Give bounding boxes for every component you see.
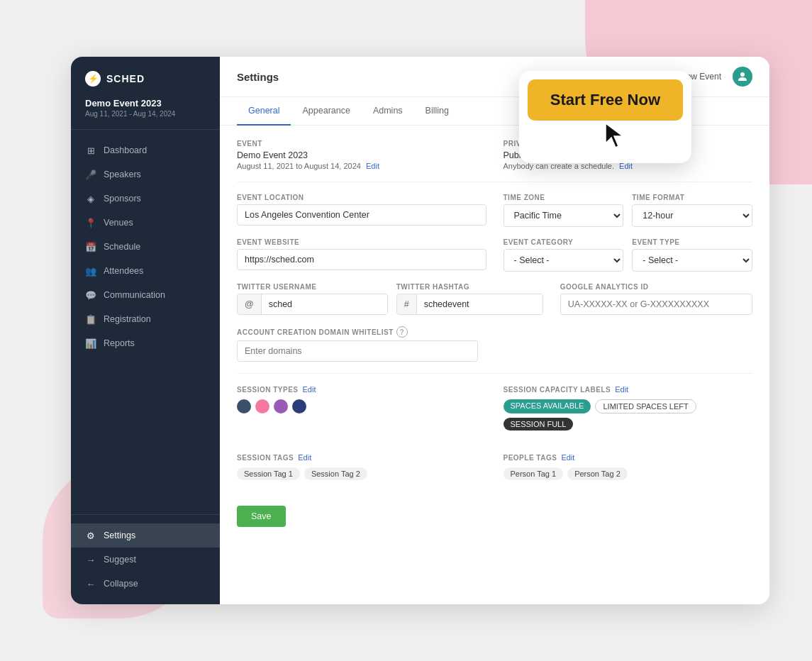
timezone-field: TIME ZONE Pacific Time Eastern Time Cent… xyxy=(504,194,624,227)
form-area: EVENT Demo Event 2023 August 11, 2021 to… xyxy=(220,126,769,604)
sidebar-item-schedule[interactable]: 📅 Schedule xyxy=(71,235,220,259)
analytics-input[interactable] xyxy=(560,294,752,315)
timezone-format-selects: TIME ZONE Pacific Time Eastern Time Cent… xyxy=(504,194,753,227)
session-types-edit-link[interactable]: Edit xyxy=(303,385,316,394)
cursor-icon xyxy=(599,118,633,155)
sidebar-event-dates: Aug 11, 2021 - Aug 14, 2024 xyxy=(85,110,206,118)
save-button[interactable]: Save xyxy=(237,506,286,527)
session-tags-edit-link[interactable]: Edit xyxy=(298,453,311,462)
website-input[interactable] xyxy=(237,249,486,270)
type-label: EVENT TYPE xyxy=(632,238,752,246)
twitter-hashtag-field: TWITTER HASHTAG # xyxy=(396,283,543,315)
at-prefix: @ xyxy=(238,294,262,314)
domain-field: ACCOUNT CREATION DOMAIN WHITELIST ? xyxy=(237,326,478,362)
event-name-value: Demo Event 2023 xyxy=(237,150,486,160)
logo-text: SCHED xyxy=(106,73,145,84)
twitter-username-input[interactable] xyxy=(262,294,387,314)
twitter-hashtag-input[interactable] xyxy=(417,294,543,314)
sidebar-event-name: Demo Event 2023 xyxy=(85,98,206,109)
location-field: EVENT LOCATION xyxy=(237,194,486,227)
nav-label-settings: Settings xyxy=(104,531,135,540)
type-select[interactable]: - Select - In-Person Virtual Hybrid xyxy=(632,249,752,272)
tab-admins[interactable]: Admins xyxy=(362,97,414,126)
tab-appearance[interactable]: Appearance xyxy=(291,97,361,126)
person-tag-2: Person Tag 2 xyxy=(567,467,628,480)
calendar-icon: 📅 xyxy=(85,241,96,252)
category-type-col: EVENT CATEGORY - Select - Conference Fes… xyxy=(504,238,753,272)
sidebar-item-sponsors[interactable]: ◈ Sponsors xyxy=(71,187,220,211)
sidebar-item-communication[interactable]: 💬 Communication xyxy=(71,283,220,307)
category-type-selects: EVENT CATEGORY - Select - Conference Fes… xyxy=(504,238,753,272)
clipboard-icon: 📋 xyxy=(85,313,96,325)
sidebar-item-dashboard[interactable]: ⊞ Dashboard xyxy=(71,138,220,162)
sidebar-event-info: Demo Event 2023 Aug 11, 2021 - Aug 14, 2… xyxy=(71,98,220,130)
user-avatar[interactable] xyxy=(733,67,752,87)
location-icon: 📍 xyxy=(85,217,96,228)
timezone-select[interactable]: Pacific Time Eastern Time Central Time M… xyxy=(504,204,624,227)
people-tags-label: PEOPLE TAGS Edit xyxy=(504,453,753,462)
timeformat-field: TIME FORMAT 12-hour 24-hour xyxy=(632,194,752,227)
page-title: Settings xyxy=(237,71,279,83)
timeformat-label: TIME FORMAT xyxy=(632,194,752,201)
event-section: EVENT Demo Event 2023 August 11, 2021 to… xyxy=(237,140,486,170)
location-input[interactable] xyxy=(237,204,486,226)
nav-label-registration: Registration xyxy=(104,314,151,324)
sidebar-item-attendees[interactable]: 👥 Attendees xyxy=(71,259,220,283)
session-type-colors xyxy=(237,399,486,413)
people-tags-edit-link[interactable]: Edit xyxy=(561,453,574,462)
start-free-popup: Start Free Now xyxy=(519,71,691,163)
logo: ⚡ SCHED xyxy=(71,57,220,98)
start-free-button[interactable]: Start Free Now xyxy=(528,79,683,121)
location-label: EVENT LOCATION xyxy=(237,194,486,201)
category-select[interactable]: - Select - Conference Festival Corporate… xyxy=(504,249,624,272)
divider-1 xyxy=(237,182,752,182)
session-tag-2: Session Tag 2 xyxy=(304,467,367,480)
session-types-section: SESSION TYPES Edit xyxy=(237,385,486,442)
people-tags-section: PEOPLE TAGS Edit Person Tag 1 Person Tag… xyxy=(504,453,753,491)
color-dot-3 xyxy=(274,399,288,413)
collapse-icon: ← xyxy=(85,578,96,589)
capacity-tag-full: SESSION FULL xyxy=(504,418,574,431)
session-tags-section: SESSION TAGS Edit Session Tag 1 Session … xyxy=(237,453,486,491)
timeformat-select[interactable]: 12-hour 24-hour xyxy=(632,204,752,227)
twitter-fields: TWITTER USERNAME @ TWITTER HASHTAG # xyxy=(237,283,543,315)
session-tags-list: Session Tag 1 Session Tag 2 xyxy=(237,467,486,480)
sidebar-item-registration[interactable]: 📋 Registration xyxy=(71,307,220,331)
session-tag-1: Session Tag 1 xyxy=(237,467,300,480)
capacity-tag-available: SPACES AVAILABLE xyxy=(504,399,591,413)
sidebar-item-settings[interactable]: ⚙ Settings xyxy=(71,523,220,548)
event-dates-value: August 11, 2021 to August 14, 2024 Edit xyxy=(237,162,486,170)
session-capacity-row: SESSION TYPES Edit SESSION CAPACITY LABE… xyxy=(237,385,752,442)
sidebar-bottom: ⚙ Settings → Suggest ← Collapse xyxy=(71,514,220,604)
website-label: EVENT WEBSITE xyxy=(237,238,486,246)
sidebar-item-speakers[interactable]: 🎤 Speakers xyxy=(71,162,220,187)
event-edit-link[interactable]: Edit xyxy=(366,162,379,170)
nav-label-collapse: Collapse xyxy=(104,579,138,589)
tags-row: SESSION TAGS Edit Session Tag 1 Session … xyxy=(237,453,752,491)
diamond-icon: ◈ xyxy=(85,193,96,204)
analytics-field: GOOGLE ANALYTICS ID xyxy=(560,283,752,315)
capacity-tag-limited: LIMITED SPACES LEFT xyxy=(595,399,696,413)
nav-label-speakers: Speakers xyxy=(104,170,141,179)
divider-2 xyxy=(237,373,752,374)
session-tags-label: SESSION TAGS Edit xyxy=(237,453,486,462)
sidebar-item-venues[interactable]: 📍 Venues xyxy=(71,211,220,235)
chat-icon: 💬 xyxy=(85,289,96,301)
suggest-icon: → xyxy=(85,554,96,565)
tab-billing[interactable]: Billing xyxy=(414,97,460,126)
sidebar-item-reports[interactable]: 📊 Reports xyxy=(71,331,220,355)
timezone-format-col: TIME ZONE Pacific Time Eastern Time Cent… xyxy=(504,194,753,227)
twitter-username-field: TWITTER USERNAME @ xyxy=(237,283,388,315)
sidebar-item-collapse[interactable]: ← Collapse xyxy=(71,572,220,596)
nav-label-venues: Venues xyxy=(104,218,133,228)
grid-icon: ⊞ xyxy=(85,145,96,156)
nav-label-schedule: Schedule xyxy=(104,242,140,252)
capacity-labels-label: SESSION CAPACITY LABELS Edit xyxy=(504,385,753,394)
domain-input[interactable] xyxy=(237,340,478,362)
capacity-edit-link[interactable]: Edit xyxy=(615,385,628,394)
tab-general[interactable]: General xyxy=(237,97,291,126)
color-dot-2 xyxy=(255,399,269,413)
sidebar-item-suggest[interactable]: → Suggest xyxy=(71,548,220,572)
domain-help-icon[interactable]: ? xyxy=(396,326,408,338)
color-dot-4 xyxy=(292,399,306,413)
